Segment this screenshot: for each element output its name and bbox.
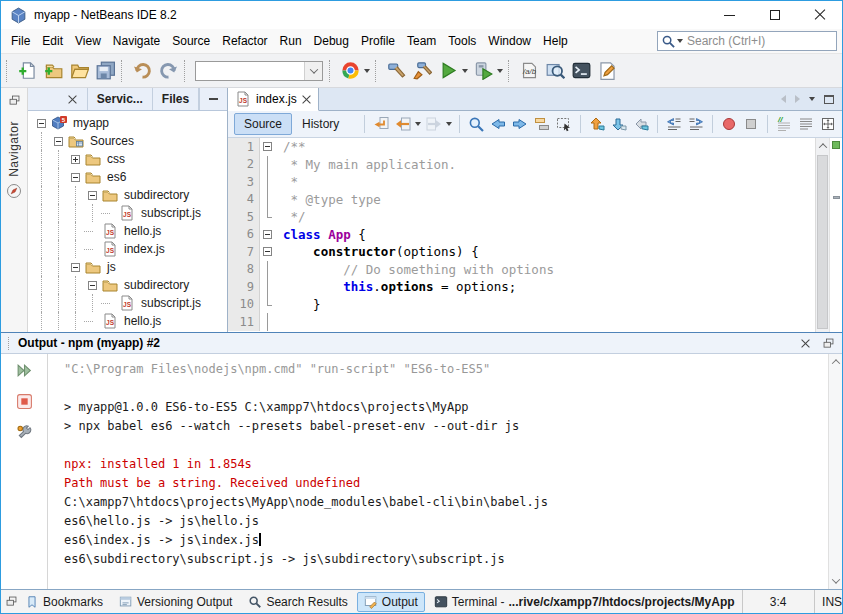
collapse-minus-icon[interactable] [37,119,46,128]
tree-node-subdirectory[interactable]: subdirectory [33,276,227,294]
maximize-editor-button[interactable] [824,95,834,104]
code-line[interactable]: 4 * @type type [228,191,815,209]
undo-button[interactable] [129,58,155,84]
menu-edit[interactable]: Edit [36,31,69,51]
output-float-button[interactable] [822,337,835,350]
fold-margin[interactable] [260,226,276,244]
menu-view[interactable]: View [69,31,107,51]
expand-toggle[interactable] [33,114,50,132]
toggle-bookmark-button[interactable] [630,113,652,135]
tree-node-subscript-js[interactable]: JSsubscript.js [33,204,227,222]
back-button-dropdown[interactable] [415,122,421,126]
code-line[interactable]: 5 */ [228,208,815,226]
tree-node-js[interactable]: js [33,258,227,276]
code-line[interactable]: 6class App { [228,226,815,244]
expand-toggle[interactable] [50,132,67,150]
browser-select-button[interactable] [337,58,363,84]
menu-tools[interactable]: Tools [442,31,482,51]
console-output[interactable]: "C:\Program Files\nodejs\npm.cmd" "run-s… [48,354,828,589]
tree-node-es6[interactable]: es6 [33,168,227,186]
tree-node-css[interactable]: css [33,150,227,168]
rerun-npm-script-button[interactable] [13,359,35,381]
statusbar-tab-search-results[interactable]: Search Results [241,592,354,612]
editor-tab-index-js[interactable]: JS index.js [228,88,319,111]
npm-options-button[interactable] [13,421,35,443]
scroll-up-icon[interactable] [832,359,840,367]
code-line[interactable]: 11 [228,313,815,331]
open-project-button[interactable] [66,58,92,84]
maximize-button[interactable] [752,1,797,29]
scroll-up-icon[interactable] [819,143,827,151]
panel-close-button[interactable] [58,88,88,110]
menu-run[interactable]: Run [274,31,308,51]
shift-line-right-button[interactable] [685,113,707,135]
rectangular-selection-button[interactable] [553,113,575,135]
shift-line-left-button[interactable] [663,113,685,135]
panel-minimize-button[interactable] [199,88,227,110]
menu-navigate[interactable]: Navigate [107,31,166,51]
search-input[interactable] [687,34,842,48]
tab-close-icon[interactable] [302,95,311,104]
tree-node-hello-js[interactable]: JShello.js [33,312,227,330]
dock-minimized-icon[interactable] [5,595,18,608]
statusbar-tab-output[interactable]: Output [357,592,425,612]
expand-toggle[interactable] [67,150,84,168]
uncomment-button[interactable] [795,113,817,135]
menu-file[interactable]: File [5,31,36,51]
menu-source[interactable]: Source [166,31,216,51]
code-line[interactable]: 8 // Do something with options [228,261,815,279]
fold-collapse-icon[interactable] [263,247,272,256]
menu-profile[interactable]: Profile [355,31,401,51]
statusbar-tab-terminal[interactable]: Terminal - ...rive/c/xampp7/htdocs/proje… [427,592,742,612]
output-scrollbar[interactable] [828,354,842,589]
find-in-projects-button[interactable] [542,58,568,84]
output-close-button[interactable] [801,339,810,348]
start-macro-recording-button[interactable] [718,113,740,135]
run-project-button-dropdown[interactable] [462,69,468,73]
close-button[interactable] [797,1,842,29]
expand-plus-icon[interactable] [71,155,80,164]
diff-patch-button[interactable]: /a/b [516,58,542,84]
menu-help[interactable]: Help [537,31,574,51]
menu-window[interactable]: Window [482,31,537,51]
toggle-highlight-button[interactable] [531,113,553,135]
code-line[interactable]: 2 * My main application. [228,156,815,174]
menu-refactor[interactable]: Refactor [216,31,273,51]
expand-toggle[interactable] [84,186,101,204]
fold-margin[interactable] [260,243,276,261]
collapse-minus-icon[interactable] [88,191,97,200]
tab-services[interactable]: Servic... [88,88,153,110]
tree-node-index-js[interactable]: JSindex.js [33,240,227,258]
source-view-button[interactable]: Source [234,113,292,135]
find-next-button[interactable] [509,113,531,135]
tree-node-subdirectory[interactable]: subdirectory [33,186,227,204]
debug-project-button[interactable] [470,58,496,84]
previous-bookmark-button[interactable] [586,113,608,135]
new-file-button[interactable] [14,58,40,84]
output-header[interactable]: Output - npm (myapp) #2 [1,333,842,354]
expand-toggle[interactable] [67,168,84,186]
expand-toggle[interactable] [67,258,84,276]
collapse-minus-icon[interactable] [88,281,97,290]
comment-button[interactable]: // [773,113,795,135]
code-line[interactable]: 1/** [228,138,815,156]
stop-macro-recording-button[interactable] [740,113,762,135]
find-selection-button[interactable] [465,113,487,135]
tree-node-myapp[interactable]: 5myapp [33,114,227,132]
code-line[interactable]: 3 * [228,173,815,191]
navigator-rail[interactable]: Navigator [1,88,28,332]
build-project-button[interactable] [383,58,409,84]
scroll-tabs-right-button[interactable] [795,95,800,103]
configuration-select[interactable] [195,61,323,81]
new-project-button[interactable] [40,58,66,84]
fold-collapse-icon[interactable] [263,142,272,151]
menu-debug[interactable]: Debug [308,31,355,51]
debug-project-button-dropdown[interactable] [497,69,503,73]
last-edit-location-button[interactable] [370,113,392,135]
collapse-minus-icon[interactable] [71,263,80,272]
scrollbar-thumb[interactable] [817,155,828,329]
code-editor[interactable]: 1/**2 * My main application.3 *4 * @type… [228,138,842,332]
code-line[interactable]: 9 this.options = options; [228,278,815,296]
quick-search-box[interactable] [657,31,837,51]
collapse-minus-icon[interactable] [71,173,80,182]
